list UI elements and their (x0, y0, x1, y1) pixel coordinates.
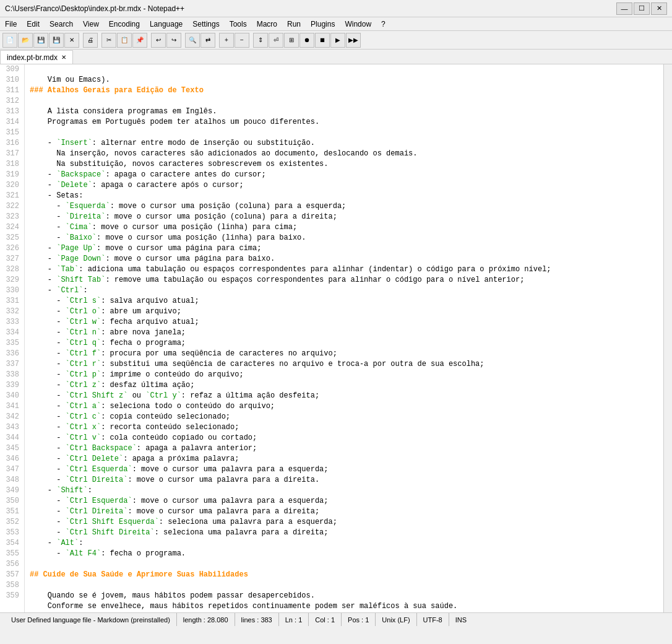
line-numbers: 3093103113123133143153163173183193203213… (0, 64, 25, 612)
copy-button[interactable]: 📋 (117, 33, 132, 48)
paste-button[interactable]: 📌 (132, 33, 147, 48)
print-button[interactable]: 🖨 (83, 33, 98, 48)
title-text: C:\Users\Franco\Desktop\index.pt-br.mdx … (5, 4, 184, 13)
tab-index[interactable]: index.pt-br.mdx ✕ (0, 50, 73, 64)
menu-plugins[interactable]: Plugins (306, 17, 340, 30)
redo-button[interactable]: ↪ (166, 33, 181, 48)
open-button[interactable]: 📂 (18, 33, 33, 48)
menu-view[interactable]: View (78, 17, 104, 30)
zoom-out-button[interactable]: − (235, 33, 249, 48)
menu-macro[interactable]: Macro (252, 17, 282, 30)
menubar: File Edit Search View Encoding Language … (0, 17, 672, 31)
maximize-button[interactable]: ☐ (634, 2, 650, 15)
statusbar: User Defined language file - Markdown (p… (0, 612, 672, 626)
menu-search[interactable]: Search (45, 17, 78, 30)
status-pos: Pos : 1 (342, 613, 376, 626)
tabbar: index.pt-br.mdx ✕ (0, 50, 672, 64)
editor: 3093103113123133143153163173183193203213… (0, 64, 672, 612)
new-button[interactable]: 📄 (2, 33, 17, 48)
status-length: length : 28.080 (177, 613, 235, 626)
menu-run[interactable]: Run (282, 17, 306, 30)
status-ln: Ln : 1 (279, 613, 309, 626)
replace-button[interactable]: ⇄ (200, 33, 215, 48)
tab-label: index.pt-br.mdx (7, 53, 58, 62)
menu-settings[interactable]: Settings (187, 17, 224, 30)
macro-save-button[interactable]: ▶▶ (346, 33, 361, 48)
close-button[interactable]: ✕ (651, 2, 667, 15)
cut-button[interactable]: ✂ (101, 33, 116, 48)
close-button-tb[interactable]: ✕ (64, 33, 79, 48)
menu-window[interactable]: Window (340, 17, 376, 30)
macro-stop-button[interactable]: ⏹ (315, 33, 330, 48)
find-button[interactable]: 🔍 (185, 33, 200, 48)
toolbar: 📄 📂 💾 💾 ✕ 🖨 ✂ 📋 📌 ↩ ↪ 🔍 ⇄ + − ⇕ ⏎ ⊞ ⏺ ⏹ … (0, 31, 672, 50)
minimize-button[interactable]: — (616, 2, 632, 15)
status-lines: lines : 383 (235, 613, 279, 626)
macro-rec-button[interactable]: ⏺ (299, 33, 314, 48)
window-controls: — ☐ ✕ (616, 2, 667, 15)
menu-language[interactable]: Language (145, 17, 187, 30)
menu-file[interactable]: File (0, 17, 22, 30)
code-area[interactable]: Vim ou Emacs). ### Atalhos Gerais para E… (25, 64, 663, 612)
save-all-button[interactable]: 💾 (49, 33, 64, 48)
status-col: Col : 1 (309, 613, 342, 626)
menu-tools[interactable]: Tools (225, 17, 252, 30)
status-ins: INS (449, 613, 473, 626)
scrollbar[interactable] (663, 64, 672, 612)
status-encoding: UTF-8 (417, 613, 449, 626)
save-button[interactable]: 💾 (33, 33, 48, 48)
undo-button[interactable]: ↩ (151, 33, 166, 48)
menu-encoding[interactable]: Encoding (104, 17, 145, 30)
status-eol: Unix (LF) (376, 613, 416, 626)
indent-button[interactable]: ⊞ (284, 33, 299, 48)
menu-edit[interactable]: Edit (22, 17, 45, 30)
wrap-button[interactable]: ⏎ (269, 33, 283, 48)
menu-help[interactable]: ? (376, 17, 390, 30)
titlebar: C:\Users\Franco\Desktop\index.pt-br.mdx … (0, 0, 672, 17)
zoom-in-button[interactable]: + (219, 33, 234, 48)
status-language: User Defined language file - Markdown (p… (5, 613, 177, 626)
macro-play-button[interactable]: ▶ (330, 33, 345, 48)
tab-close-icon[interactable]: ✕ (61, 54, 66, 61)
sync-scroll-button[interactable]: ⇕ (253, 33, 268, 48)
